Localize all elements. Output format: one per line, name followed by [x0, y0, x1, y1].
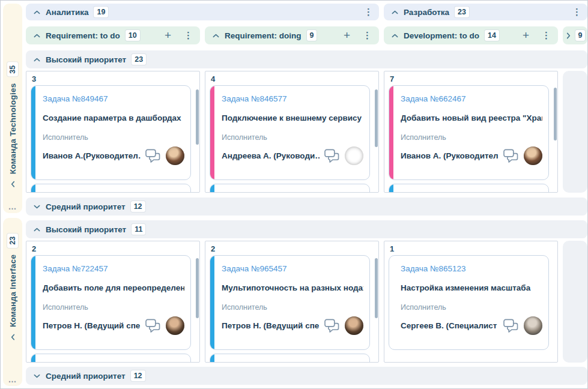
assignee-name: Петров Н. (Ведущий спе… [222, 321, 320, 330]
team-tab-content: Команда Technologies 35 [7, 62, 18, 188]
assignee-name: Петров Н. (Ведущий спе… [43, 321, 141, 330]
task-link[interactable]: Задача №… [401, 192, 542, 193]
swimlane-count-badge: 12 [131, 370, 145, 381]
priority-stripe [210, 256, 214, 349]
task-card-clipped[interactable]: Задача №… [210, 354, 370, 363]
collapsed-column-body[interactable] [563, 71, 587, 193]
group-menu-icon[interactable]: ⋮ [364, 7, 373, 17]
task-card-clipped[interactable]: Задача №… [210, 184, 370, 193]
priority-stripe [31, 256, 35, 349]
swimlane-label: Высокий приоритет [46, 225, 126, 234]
chevron-up-icon [392, 10, 398, 14]
task-link[interactable]: Задача №… [222, 192, 363, 193]
comments-icon[interactable] [324, 319, 340, 333]
task-card[interactable]: Задача №849467 Создание параметра в дашб… [31, 85, 191, 180]
sidebar-item-team-technologies[interactable]: Команда Technologies 35 … [3, 4, 22, 213]
column-header-development-todo[interactable]: Development: to do 14 + ⋮ [384, 26, 558, 44]
comments-icon[interactable] [145, 319, 161, 333]
task-link[interactable]: Задача №662467 [401, 94, 542, 104]
column-header-requirement-todo[interactable]: Requirement: to do 10 + ⋮ [26, 26, 200, 44]
team-count-badge: 23 [7, 234, 18, 248]
avatar [524, 146, 542, 165]
chevron-right-icon [566, 32, 571, 39]
group-header-development[interactable]: Разработка 23 ⋮ [384, 4, 587, 20]
task-link[interactable]: Задача №965457 [222, 264, 363, 274]
group-menu-icon[interactable]: ⋮ [572, 7, 581, 17]
add-card-icon[interactable]: + [344, 30, 350, 41]
collapse-left-icon [11, 181, 15, 187]
board-main: Аналитика 19 ⋮ Разработка 23 ⋮ Requireme… [23, 1, 588, 388]
task-card[interactable]: Задача №965457 Мультипоточность на разны… [210, 255, 370, 350]
comments-icon[interactable] [145, 149, 161, 163]
task-link[interactable]: Задача №722457 [43, 264, 184, 274]
team-name: Команда Technologies [8, 83, 17, 175]
task-link[interactable]: Задача №865123 [401, 264, 542, 274]
swimlane-label: Средний приоритет [46, 202, 126, 211]
team-more-icon[interactable]: … [3, 376, 22, 382]
task-link[interactable]: Задача №… [222, 362, 363, 363]
column-menu-icon[interactable]: ⋮ [542, 30, 551, 41]
assignee-row: Сергеев В. (Специалист … [401, 316, 542, 335]
task-title: Подключение к внешнему сервису [222, 113, 363, 123]
column-menu-icon[interactable]: ⋮ [184, 30, 193, 41]
cell-scrollbar[interactable] [375, 258, 378, 318]
collapsed-column-body[interactable] [563, 241, 587, 363]
task-card-clipped[interactable]: Задача №… [31, 354, 191, 363]
assignee-row: Иванов А. (Руководител… [401, 146, 542, 165]
task-card[interactable]: Задача №662467 Добавить новый вид реестр… [389, 85, 549, 180]
collapse-left-icon [11, 334, 15, 340]
cell-scrollbar[interactable] [375, 89, 378, 147]
add-card-icon[interactable]: + [523, 30, 529, 41]
task-title: Создание параметра в дашбордах [43, 113, 184, 123]
comments-icon[interactable] [324, 149, 340, 163]
cell-scrollbar[interactable] [554, 88, 557, 140]
column-header-requirement-doing[interactable]: Requirement: doing 9 + ⋮ [205, 26, 379, 44]
swimlane-cells-row: 3 Задача №849467 Создание параметра в да… [26, 71, 587, 193]
comments-icon[interactable] [503, 319, 519, 333]
priority-stripe [31, 354, 35, 363]
swimlane-label: Средний приоритет [46, 372, 126, 381]
assignee-label: Исполнитель [43, 303, 184, 312]
group-header-analytics[interactable]: Аналитика 19 ⋮ [26, 4, 379, 20]
task-card-clipped[interactable]: Задача №… [31, 184, 191, 193]
cell-scrollbar[interactable] [196, 89, 199, 145]
task-link[interactable]: Задача №… [43, 192, 184, 193]
group-label: Разработка [404, 8, 449, 17]
task-card[interactable]: Задача №722457 Добавить поле для переопр… [31, 255, 191, 350]
task-link[interactable]: Задача №846577 [222, 94, 363, 104]
chevron-up-icon [34, 228, 40, 232]
task-card[interactable]: Задача №846577 Подключение к внешнему се… [210, 85, 370, 180]
swimlane-header-high-priority[interactable]: Высокий приоритет 23 [26, 50, 587, 68]
assignee-name: Иванов А. (Руководител… [401, 151, 499, 160]
priority-stripe [31, 86, 35, 179]
swimlane-header-high-priority[interactable]: Высокий приоритет 11 [26, 220, 587, 238]
avatar [524, 316, 542, 335]
task-title: Добавить поле для переопределен… [43, 283, 184, 293]
cell-scrollbar[interactable] [196, 258, 199, 318]
column-label: Requirement: to do [46, 31, 120, 40]
sidebar-item-team-interface[interactable]: Команда Interface 23 … [3, 218, 22, 386]
comments-icon[interactable] [503, 149, 519, 163]
chevron-up-icon [34, 10, 40, 14]
column-menu-icon[interactable]: ⋮ [363, 30, 372, 41]
kanban-board: Команда Technologies 35 … Команда Interf… [0, 0, 588, 389]
assignee-name: Иванов А.(Руководител… [43, 151, 141, 160]
add-card-icon[interactable]: + [165, 30, 171, 41]
swimlane-header-medium-priority[interactable]: Средний приоритет 12 [26, 367, 587, 385]
priority-stripe [31, 184, 35, 193]
cell-card-count: 4 [211, 74, 378, 84]
column-header-collapsed[interactable]: 9 [563, 26, 587, 44]
swimlane-header-medium-priority[interactable]: Средний приоритет 12 [26, 198, 587, 216]
column-count-badge: 10 [126, 30, 140, 41]
task-card[interactable]: Задача №865123 Настройка изменения масшт… [389, 255, 549, 350]
swimlane-cells-row: 2 Задача №722457 Добавить поле для перео… [26, 241, 587, 363]
assignee-name: Сергеев В. (Специалист … [401, 321, 499, 330]
assignee-label: Исполнитель [401, 303, 542, 312]
team-more-icon[interactable]: … [3, 204, 22, 210]
task-card-clipped[interactable]: Задача №… [389, 184, 549, 193]
board-cell: 2 Задача №965457 Мультипоточность на раз… [205, 241, 379, 363]
task-link[interactable]: Задача №… [43, 362, 184, 363]
task-link[interactable]: Задача №849467 [43, 94, 184, 104]
swimlane-count-badge: 23 [132, 54, 146, 65]
board-cell: 4 Задача №846577 Подключение к внешнему … [205, 71, 379, 193]
